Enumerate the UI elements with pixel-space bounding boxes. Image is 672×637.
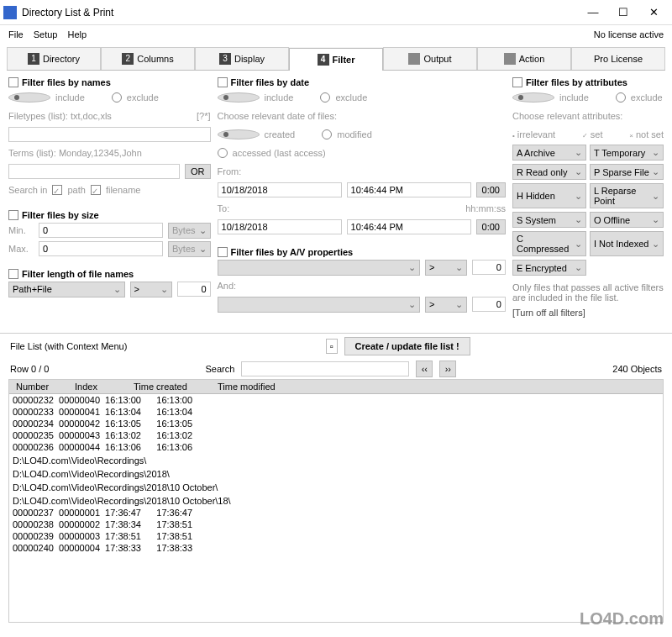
from-zero-button[interactable]: 0:00 xyxy=(476,182,506,197)
search-input[interactable] xyxy=(241,361,409,376)
titlebar: Directory List & Print — ☐ ✕ xyxy=(0,0,672,25)
chk-filter-av[interactable] xyxy=(218,247,228,257)
collapse-icon[interactable]: ▫ xyxy=(326,339,338,354)
tab-pro-license[interactable]: Pro License xyxy=(571,47,665,70)
list-header: Number Index Time created Time modified xyxy=(9,380,663,394)
group-filter-attributes: Filter files by attributes include exclu… xyxy=(512,76,664,328)
or-button[interactable]: OR xyxy=(185,164,211,179)
tab-action[interactable]: Action xyxy=(477,47,571,70)
app-icon xyxy=(3,6,17,19)
create-update-button[interactable]: Create / update file list ! xyxy=(344,337,470,355)
list-row[interactable]: D:\LO4D.com\Video\Recordings\2018\10 Oct… xyxy=(9,482,663,493)
radio-names-include[interactable] xyxy=(8,92,50,103)
list-row[interactable]: 00000235 00000043 16:13:02 16:13:02 xyxy=(9,429,663,441)
attr-notindexed[interactable]: I Not Indexed xyxy=(590,231,664,256)
menu-setup[interactable]: Setup xyxy=(29,28,63,41)
attr-archive[interactable]: A Archive xyxy=(512,145,586,161)
radio-attr-exclude[interactable] xyxy=(616,92,626,103)
input-length-val[interactable] xyxy=(177,282,211,297)
filelist-title: File List (with Context Menu) xyxy=(10,341,127,351)
group-filter-date: Filter files by date include exclude Cho… xyxy=(218,76,506,242)
list-row[interactable]: 00000240 00000004 17:38:33 17:38:33 xyxy=(9,542,663,554)
chk-filename[interactable] xyxy=(91,185,101,195)
radio-accessed[interactable] xyxy=(218,148,228,158)
chk-filter-length[interactable] xyxy=(8,269,18,279)
menubar: File Setup Help No license active xyxy=(0,25,672,44)
sel-av-op2[interactable]: > xyxy=(425,297,467,313)
list-row[interactable]: 00000238 00000002 17:38:34 17:38:51 xyxy=(9,519,663,530)
tab-columns[interactable]: 2Columns xyxy=(101,47,195,70)
sel-av-prop1[interactable] xyxy=(218,260,420,276)
sel-length-op[interactable]: > xyxy=(130,282,172,297)
input-min-size[interactable] xyxy=(39,223,163,238)
tab-directory[interactable]: 1Directory xyxy=(7,47,101,70)
search-next-button[interactable]: ›› xyxy=(439,361,456,377)
chk-filter-attributes[interactable] xyxy=(512,77,522,87)
list-row[interactable]: 00000239 00000003 17:38:51 17:38:51 xyxy=(9,530,663,542)
attr-encrypted[interactable]: E Encrypted xyxy=(512,260,586,276)
attr-compressed[interactable]: C Compressed xyxy=(512,231,586,256)
input-av-val1[interactable] xyxy=(472,260,506,275)
tab-filter[interactable]: 4Filter xyxy=(289,48,383,71)
chk-filter-names[interactable] xyxy=(8,77,18,87)
radio-date-exclude[interactable] xyxy=(320,92,330,103)
list-row[interactable]: D:\LO4D.com\Video\Recordings\2018\10 Oct… xyxy=(9,495,663,507)
attr-reparse[interactable]: L Reparse Point xyxy=(590,183,664,208)
input-to-date[interactable] xyxy=(218,219,342,234)
tab-output[interactable]: Output xyxy=(383,47,477,70)
group-filter-av: Filter files by A/V properties > And: > xyxy=(218,245,506,319)
maximize-button[interactable]: ☐ xyxy=(608,1,638,24)
tabbar: 1Directory 2Columns 3Display 4Filter Out… xyxy=(7,47,665,71)
attr-system[interactable]: S System xyxy=(512,212,586,228)
minimize-button[interactable]: — xyxy=(578,1,608,24)
list-row[interactable]: 00000236 00000044 16:13:06 16:13:06 xyxy=(9,441,663,453)
chk-filter-date[interactable] xyxy=(218,77,228,87)
attr-offline[interactable]: O Offline xyxy=(590,212,664,228)
radio-modified[interactable] xyxy=(322,129,332,140)
list-row[interactable]: D:\LO4D.com\Video\Recordings\ xyxy=(9,455,663,466)
tab-display[interactable]: 3Display xyxy=(195,47,289,70)
chk-filter-size[interactable] xyxy=(8,210,18,220)
list-row[interactable]: 00000233 00000041 16:13:04 16:13:04 xyxy=(9,406,663,418)
sel-av-op1[interactable]: > xyxy=(425,260,467,276)
radio-created[interactable] xyxy=(218,129,260,140)
list-row[interactable]: 00000232 00000040 16:13:00 16:13:00 xyxy=(9,394,663,406)
gear-icon xyxy=(504,53,516,65)
sel-av-prop2[interactable] xyxy=(218,297,420,313)
search-prev-button[interactable]: ‹‹ xyxy=(416,361,433,377)
menu-file[interactable]: File xyxy=(3,28,29,41)
input-av-val2[interactable] xyxy=(472,297,506,312)
input-from-date[interactable] xyxy=(218,182,342,197)
attr-temporary[interactable]: T Temporary xyxy=(590,145,664,161)
group-filter-size: Filter files by size Min.Bytes Max.Bytes xyxy=(8,208,211,264)
input-max-size[interactable] xyxy=(39,241,163,256)
sel-pathfile[interactable]: Path+File xyxy=(8,282,125,297)
object-count: 240 Objects xyxy=(612,364,662,374)
attr-sparse[interactable]: P Sparse File xyxy=(590,164,664,180)
watermark: LO4D.com xyxy=(580,609,664,629)
attr-readonly[interactable]: R Read only xyxy=(512,164,586,180)
close-button[interactable]: ✕ xyxy=(638,1,669,24)
turnoff-filters-link[interactable]: [Turn off all filters] xyxy=(512,308,585,318)
chk-path[interactable] xyxy=(52,185,62,195)
sel-max-unit[interactable]: Bytes xyxy=(168,241,211,257)
menu-help[interactable]: Help xyxy=(62,28,92,41)
input-terms[interactable] xyxy=(8,164,180,179)
attr-hidden[interactable]: H Hidden xyxy=(512,183,586,208)
input-filetypes[interactable] xyxy=(8,127,211,142)
list-row[interactable]: D:\LO4D.com\Video\Recordings\2018\ xyxy=(9,468,663,480)
input-from-time[interactable] xyxy=(347,182,471,197)
group-filter-names: Filter files by names include exclude Fi… xyxy=(8,76,211,205)
list-row[interactable]: 00000237 00000001 17:36:47 17:36:47 xyxy=(9,507,663,519)
list-row[interactable]: 00000234 00000042 16:13:05 16:13:05 xyxy=(9,418,663,429)
license-status: No license active xyxy=(589,28,669,41)
radio-date-include[interactable] xyxy=(218,92,260,103)
doc-icon xyxy=(408,53,420,65)
sel-min-unit[interactable]: Bytes xyxy=(168,223,211,239)
input-to-time[interactable] xyxy=(347,219,471,234)
file-list[interactable]: Number Index Time created Time modified … xyxy=(8,379,664,623)
filter-panel: Filter files by names include exclude Fi… xyxy=(0,71,672,333)
to-zero-button[interactable]: 0:00 xyxy=(476,219,506,234)
radio-attr-include[interactable] xyxy=(512,92,554,103)
radio-names-exclude[interactable] xyxy=(112,92,122,103)
